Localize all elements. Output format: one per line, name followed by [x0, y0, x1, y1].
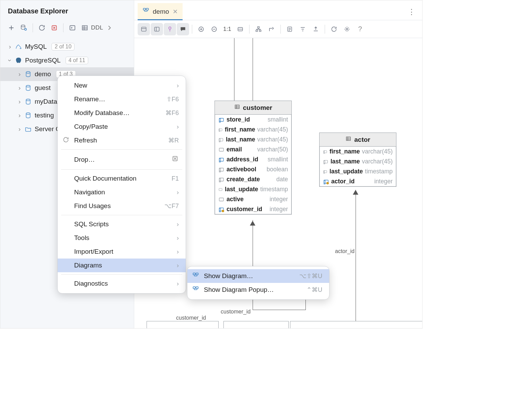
help-icon[interactable]: ?	[354, 23, 366, 35]
column-last_update[interactable]: last_updatetimestamp	[320, 167, 396, 176]
tree-label: MySQL	[24, 43, 47, 50]
layout-mode-2-icon[interactable]	[151, 23, 163, 35]
ctx-refresh[interactable]: Refresh⌘R	[58, 134, 186, 147]
ctx-importexport[interactable]: Import/Export›	[58, 245, 186, 259]
chevron-right-icon: ›	[17, 112, 22, 119]
table-title: actor	[354, 136, 370, 144]
edge-label-customer2: customer_id	[176, 315, 206, 321]
tab-bar: demo ✕ ⋮	[134, 0, 422, 20]
stop-icon[interactable]	[49, 22, 60, 33]
ctx-show-diagram-popup[interactable]: Show Diagram Popup…⌃⌘U	[187, 283, 329, 297]
chevron-right-icon: ›	[17, 125, 22, 133]
svg-point-5	[26, 72, 30, 73]
ctx-sql[interactable]: SQL Scripts›	[58, 217, 186, 231]
ctx-show-diagram[interactable]: Show Diagram…⌥⇧⌘U	[187, 269, 329, 283]
column-first_name[interactable]: first_namevarchar(45)	[320, 147, 396, 157]
svg-rect-31	[219, 198, 224, 201]
expand-chevron-icon[interactable]	[104, 22, 115, 33]
ctx-rename[interactable]: Rename…⇧F6	[58, 92, 186, 106]
comment-icon[interactable]	[177, 23, 189, 35]
table-icon	[345, 136, 351, 144]
tree-node-postgresql[interactable]: › PostgreSQL 4 of 11	[0, 54, 134, 67]
column-customer_id[interactable]: customer_idinteger	[215, 204, 291, 214]
sidebar-toolbar: DDL	[0, 21, 134, 38]
chevron-down-icon: ›	[6, 58, 14, 63]
postgres-icon	[15, 57, 22, 64]
edge-label-customer1: customer_id	[221, 309, 251, 315]
tree-label: testing	[34, 112, 54, 119]
ctx-tools[interactable]: Tools›	[58, 231, 186, 245]
key-icon[interactable]	[164, 23, 176, 35]
svg-point-8	[26, 113, 30, 115]
zoom-out-icon[interactable]	[208, 23, 220, 35]
settings-icon[interactable]	[341, 23, 353, 35]
console-icon[interactable]	[67, 22, 78, 33]
column-last_name[interactable]: last_namevarchar(45)	[215, 135, 291, 145]
sidebar-title: Database Explorer	[0, 0, 134, 21]
ddl-button[interactable]: DDL	[92, 22, 103, 33]
ctx-new[interactable]: New›	[58, 79, 186, 92]
route-icon[interactable]	[265, 23, 278, 35]
layout-mode-1-icon[interactable]	[138, 23, 150, 35]
mysql-icon	[15, 43, 22, 50]
column-email[interactable]: emailvarchar(50)	[215, 145, 291, 154]
column-last_name[interactable]: last_namevarchar(45)	[320, 157, 396, 167]
refresh-icon[interactable]	[36, 22, 47, 33]
count-badge: 4 of 11	[66, 57, 89, 64]
column-create_date[interactable]: create_datedate	[215, 174, 291, 184]
column-store_id[interactable]: store_idsmallint	[215, 115, 291, 125]
fit-icon[interactable]	[234, 23, 246, 35]
folder-icon	[24, 126, 32, 133]
column-address_id[interactable]: address_idsmallint	[215, 154, 291, 164]
ctx-modify[interactable]: Modify Database…⌘F6	[58, 106, 186, 120]
svg-point-33	[222, 209, 224, 212]
chevron-right-icon: ›	[17, 70, 22, 78]
ctx-drop[interactable]: Drop…	[58, 152, 186, 167]
layout-icon[interactable]	[252, 23, 265, 35]
svg-rect-19	[259, 30, 261, 31]
svg-rect-18	[256, 30, 258, 31]
export-icon[interactable]	[310, 23, 322, 35]
zoom-in-icon[interactable]	[195, 23, 207, 35]
svg-rect-44	[196, 287, 198, 288]
diagram-icon	[142, 7, 149, 16]
svg-point-7	[26, 99, 30, 101]
context-menu: New› Rename…⇧F6 Modify Database…⌘F6 Copy…	[57, 76, 186, 294]
column-first_name[interactable]: first_namevarchar(45)	[215, 125, 291, 135]
tree-label: PostgreSQL	[24, 57, 61, 64]
table-title: customer	[243, 104, 273, 112]
svg-rect-43	[193, 287, 196, 288]
ctx-find[interactable]: Find Usages⌥F7	[58, 199, 186, 213]
column-actor_id[interactable]: actor_idinteger	[320, 176, 396, 186]
table-customer[interactable]: customer store_idsmallintfirst_namevarch…	[215, 101, 292, 215]
chevron-right-icon: ›	[7, 43, 13, 50]
tree-node-mysql[interactable]: › MySQL 2 of 10	[0, 40, 134, 54]
close-icon[interactable]: ✕	[173, 8, 178, 15]
ctx-diagrams[interactable]: Diagrams›	[58, 259, 186, 272]
ctx-copy[interactable]: Copy/Paste›	[58, 120, 186, 134]
tree-label: guest	[34, 84, 50, 92]
table-icon	[234, 104, 240, 112]
refresh-diagram-icon[interactable]	[328, 23, 340, 35]
tab-label: demo	[153, 8, 169, 15]
column-activebool[interactable]: activeboolboolean	[215, 164, 291, 174]
ctx-quickdoc[interactable]: Quick DocumentationF1	[58, 172, 186, 185]
ctx-diagnostics[interactable]: Diagnostics›	[58, 277, 186, 290]
filter-icon[interactable]	[297, 23, 309, 35]
table-actor[interactable]: actor first_namevarchar(45)last_namevarc…	[319, 133, 396, 187]
add-icon[interactable]	[6, 22, 17, 33]
database-icon	[24, 98, 32, 105]
zoom-reset-button[interactable]: 1:1	[221, 23, 233, 35]
list-icon[interactable]	[284, 23, 296, 35]
tab-overflow-icon[interactable]: ⋮	[401, 8, 422, 20]
chevron-right-icon: ›	[17, 98, 22, 105]
svg-rect-34	[346, 137, 350, 141]
tab-demo[interactable]: demo ✕	[138, 3, 183, 20]
column-active[interactable]: activeinteger	[215, 194, 291, 204]
svg-point-39	[326, 182, 329, 184]
database-icon	[24, 84, 32, 91]
column-last_update[interactable]: last_updatetimestamp	[215, 184, 291, 194]
datasource-settings-icon[interactable]	[18, 22, 29, 33]
ctx-navigation[interactable]: Navigation›	[58, 185, 186, 199]
table-icon[interactable]	[79, 22, 90, 33]
